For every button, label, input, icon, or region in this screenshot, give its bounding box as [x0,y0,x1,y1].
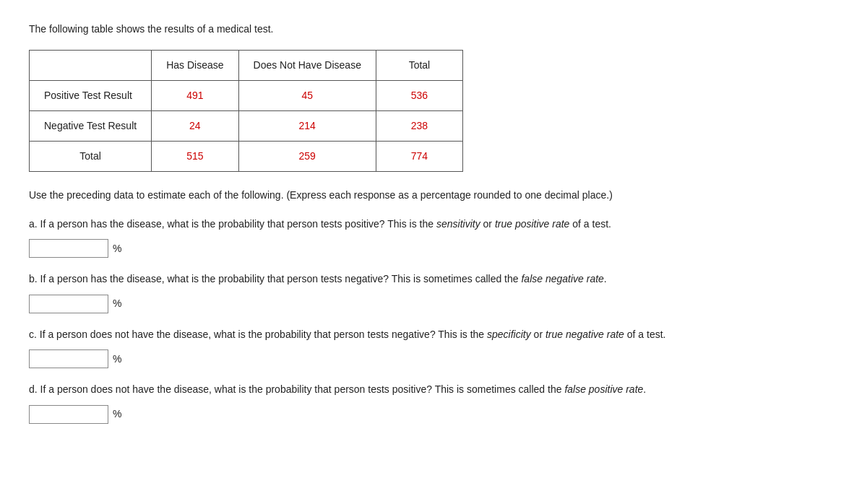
question-c-block: c. If a person does not have the disease… [29,326,838,368]
question-d-answer-row: % [29,405,838,424]
cell-positive-total: 536 [376,81,462,111]
table-row-negative: Negative Test Result 24 214 238 [30,111,463,142]
question-c-part2: or [531,329,545,340]
question-a-answer-row: % [29,239,838,258]
cell-positive-has-disease: 491 [152,81,238,111]
question-b-block: b. If a person has the disease, what is … [29,271,838,313]
question-d-part2: . [643,383,646,395]
table-row-positive: Positive Test Result 491 45 536 [30,81,463,111]
header-does-not-have: Does Not Have Disease [238,51,376,81]
cell-total-has-disease: 515 [152,142,238,172]
question-a-part3: of a test. [569,218,611,230]
header-empty [30,51,152,81]
table-row-total: Total 515 259 774 [30,142,463,172]
question-c-part3: of a test. [624,329,666,340]
cell-total-total: 774 [376,142,462,172]
question-d-text: d. If a person does not have the disease… [29,381,838,397]
question-a-input[interactable] [29,239,108,258]
cell-negative-does-not-have: 214 [238,111,376,142]
question-c-part1: c. If a person does not have the disease… [29,329,487,340]
header-total: Total [376,51,462,81]
question-d-part1: d. If a person does not have the disease… [29,383,564,395]
question-c-percent: % [113,352,121,367]
question-a-block: a. If a person has the disease, what is … [29,216,838,258]
cell-negative-has-disease: 24 [152,111,238,142]
intro-text: The following table shows the results of… [29,22,838,37]
question-b-text: b. If a person has the disease, what is … [29,271,838,287]
question-c-text: c. If a person does not have the disease… [29,326,838,342]
question-b-part1: b. If a person has the disease, what is … [29,273,521,284]
cell-positive-does-not-have: 45 [238,81,376,111]
question-b-false-negative-rate: false negative rate [521,273,603,284]
question-d-input[interactable] [29,405,108,424]
row-label-negative: Negative Test Result [30,111,152,142]
header-has-disease: Has Disease [152,51,238,81]
question-a-sensitivity: sensitivity [436,218,480,230]
question-c-true-negative-rate: true negative rate [545,329,624,340]
question-b-percent: % [113,296,121,311]
question-a-percent: % [113,241,121,256]
question-a-part1: a. If a person has the disease, what is … [29,218,436,230]
question-a-true-positive-rate: true positive rate [495,218,570,230]
question-b-part2: . [604,273,607,284]
instruction-text: Use the preceding data to estimate each … [29,188,838,203]
question-b-input[interactable] [29,295,108,313]
question-d-false-positive-rate: false positive rate [564,383,643,395]
question-c-specificity: specificity [487,329,531,340]
cell-total-does-not-have: 259 [238,142,376,172]
question-c-input[interactable] [29,349,108,368]
medical-table: Has Disease Does Not Have Disease Total … [29,50,463,172]
question-d-percent: % [113,407,121,422]
question-a-part2: or [480,218,495,230]
cell-negative-total: 238 [376,111,462,142]
question-b-answer-row: % [29,295,838,313]
row-label-positive: Positive Test Result [30,81,152,111]
question-c-answer-row: % [29,349,838,368]
question-d-block: d. If a person does not have the disease… [29,381,838,423]
question-a-text: a. If a person has the disease, what is … [29,216,838,232]
row-label-total: Total [30,142,152,172]
